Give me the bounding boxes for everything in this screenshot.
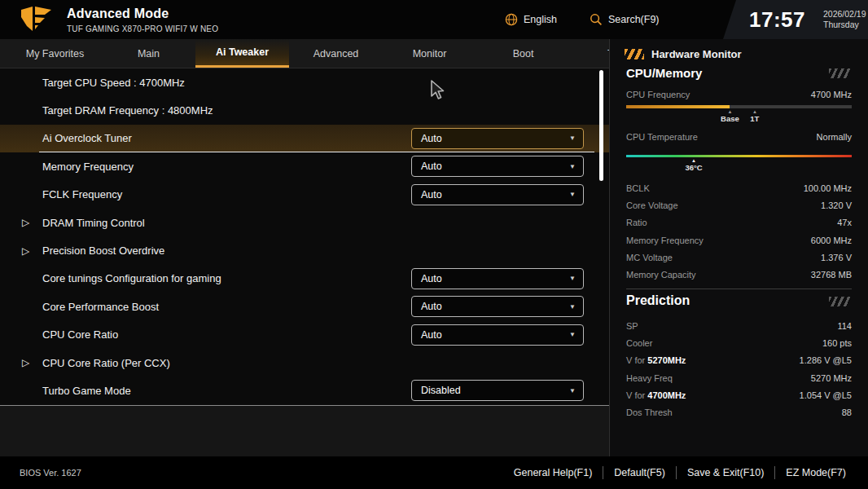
stat-label: Dos Thresh [626, 408, 673, 417]
setting-row-target-dram-frequency: Target DRAM Frequency : 4800MHz [0, 96, 609, 124]
stat-value: 1.376 V [821, 253, 852, 262]
setting-row-core-performance-boost[interactable]: Core Performance Boost Auto ▼ [0, 293, 609, 320]
stat-heavy-freq: Heavy Freq 5270 MHz [626, 369, 852, 386]
setting-row-turbo-game-mode[interactable]: Turbo Game Mode Disabled ▼ [0, 377, 609, 404]
chevron-down-icon: ▼ [569, 191, 576, 198]
title-block: Advanced Mode TUF GAMING X870-PRO WIFI7 … [67, 7, 218, 33]
stat-sp: SP 114 [626, 317, 852, 334]
stat-memory-capacity: Memory Capacity 32768 MB [626, 266, 852, 283]
stat-v-for-5270: V for 5270MHz 1.286 V @L5 [626, 352, 852, 369]
help-info-panel: i [Manual]: When manual mode is selected… [0, 405, 609, 456]
ai-overclock-tuner-dropdown[interactable]: Auto ▼ [411, 128, 584, 149]
temperature-marker: ▲ 36°C [685, 158, 702, 172]
cpu-frequency-row: CPU Frequency 4700 MHz [626, 90, 852, 99]
stat-value: 88 [842, 408, 852, 417]
tab-monitor[interactable]: Monitor [383, 39, 476, 68]
fclk-frequency-dropdown[interactable]: Auto ▼ [411, 184, 584, 205]
stat-ratio: Ratio 47x [626, 214, 852, 231]
stat-label: MC Voltage [626, 253, 673, 262]
stat-value: 1.286 V @L5 [800, 355, 852, 365]
header-bar: Advanced Mode TUF GAMING X870-PRO WIFI7 … [0, 0, 868, 39]
dropdown-value: Auto [421, 189, 442, 200]
hardware-monitor-header: Hardware Monitor [625, 48, 742, 60]
chevron-down-icon: ▼ [569, 134, 576, 142]
tab-boot[interactable]: Boot [476, 39, 570, 68]
setting-row-ai-overclock-tuner[interactable]: Ai Overclock Tuner Auto ▼ [0, 125, 609, 152]
stat-label-strong: 4700MHz [647, 390, 686, 400]
cpu-frequency-bar [626, 105, 852, 108]
memory-frequency-dropdown[interactable]: Auto ▼ [411, 156, 584, 177]
save-exit-button[interactable]: Save & Exit(F10) [677, 467, 774, 478]
setting-label: Precision Boost Overdrive [42, 244, 164, 257]
cpu-temperature-label: CPU Temperature [626, 132, 698, 142]
stat-label-strong: 5270MHz [647, 355, 686, 365]
dropdown-value: Auto [421, 301, 442, 312]
setting-label: Turbo Game Mode [42, 385, 131, 397]
section-divider [626, 289, 852, 289]
default-button[interactable]: Default(F5) [603, 467, 676, 478]
stat-label: Ratio [626, 218, 647, 227]
hardware-monitor-title: Hardware Monitor [651, 48, 742, 60]
mode-title: Advanced Mode [67, 7, 218, 21]
stat-value: 32768 MB [811, 270, 852, 280]
cpu-frequency-value: 4700 MHz [811, 90, 852, 99]
tab-ai-tweaker[interactable]: Ai Tweaker [195, 39, 289, 68]
stat-value: 1.054 V @L5 [800, 390, 852, 400]
weekday: Thursday [823, 20, 866, 30]
chevron-down-icon: ▼ [569, 331, 576, 338]
stat-label: Core Voltage [626, 200, 678, 210]
setting-row-core-tunings[interactable]: Core tunings Configuration for gaming Au… [0, 265, 609, 293]
setting-label: Core tunings Configuration for gaming [42, 272, 221, 284]
expand-arrow-icon: ▷ [22, 245, 29, 257]
general-help-button[interactable]: General Help(F1) [503, 467, 603, 478]
language-label: English [524, 14, 557, 25]
ez-mode-button[interactable]: EZ Mode(F7) [775, 467, 857, 478]
stat-value: 160 pts [822, 338, 852, 348]
setting-row-fclk-frequency[interactable]: FCLK Frequency Auto ▼ [0, 181, 609, 209]
tab-tool[interactable]: Tool [570, 39, 609, 68]
clock: 17:57 [749, 7, 805, 33]
cpu-frequency-bar-fill [626, 105, 730, 108]
tuf-logo-icon [20, 6, 54, 35]
tab-main[interactable]: Main [102, 39, 195, 68]
chevron-down-icon: ▼ [569, 387, 576, 394]
stat-value: 1.320 V [821, 200, 852, 210]
stat-cooler: Cooler 160 pts [626, 334, 852, 351]
setting-row-dram-timing-control[interactable]: ▷ DRAM Timing Control [0, 209, 609, 236]
search-button[interactable]: Search(F9) [590, 0, 660, 39]
cpu-temperature-status: Normally [817, 132, 852, 142]
stat-value: 5270 MHz [811, 373, 852, 383]
setting-label: Core Performance Boost [42, 301, 159, 313]
stat-bclk: BCLK 100.00 MHz [626, 179, 852, 196]
setting-row-precision-boost-overdrive[interactable]: ▷ Precision Boost Overdrive [0, 236, 609, 264]
footer-actions: General Help(F1) Default(F5) Save & Exit… [503, 466, 857, 479]
turbo-game-mode-dropdown[interactable]: Disabled ▼ [411, 380, 584, 401]
stat-label: Memory Capacity [626, 270, 696, 280]
setting-label: Memory Frequency [42, 161, 134, 173]
tab-my-favorites[interactable]: My Favorites [8, 39, 102, 68]
chevron-down-icon: ▼ [569, 163, 576, 170]
search-label: Search(F9) [608, 14, 660, 25]
cpu-temperature-markers: ▲ 36°C [626, 158, 852, 176]
settings-scrollbar[interactable] [599, 70, 603, 181]
chevron-down-icon: ▼ [569, 303, 576, 311]
core-tunings-dropdown[interactable]: Auto ▼ [411, 268, 584, 289]
tab-advanced[interactable]: Advanced [289, 39, 383, 68]
core-performance-boost-dropdown[interactable]: Auto ▼ [411, 296, 584, 317]
section-stripes-icon [829, 68, 850, 78]
cpu-temperature-row: CPU Temperature Normally [626, 132, 852, 142]
date: 2026/02/19 [823, 9, 866, 20]
setting-row-cpu-core-ratio-per-ccx[interactable]: ▷ CPU Core Ratio (Per CCX) [0, 349, 609, 377]
stat-value: 100.00 MHz [804, 183, 852, 193]
language-selector[interactable]: English [505, 0, 557, 39]
setting-row-memory-frequency[interactable]: Memory Frequency Auto ▼ [0, 152, 609, 180]
cpu-temperature-bar [626, 155, 852, 157]
setting-row-cpu-core-ratio[interactable]: CPU Core Ratio Auto ▼ [0, 321, 609, 349]
chevron-down-icon: ▼ [569, 275, 576, 282]
dropdown-value: Auto [421, 273, 442, 284]
time-block: 17:57 2026/02/19 Thursday ⚙ [723, 0, 868, 39]
marker-label: 1T [750, 115, 759, 123]
base-marker: ▲ Base [721, 109, 739, 123]
cpu-core-ratio-dropdown[interactable]: Auto ▼ [411, 324, 584, 346]
marker-label: 36°C [685, 164, 702, 172]
